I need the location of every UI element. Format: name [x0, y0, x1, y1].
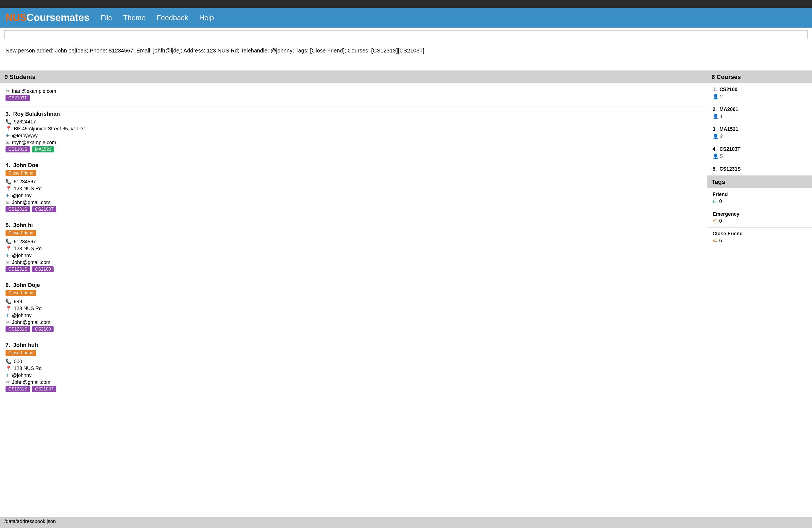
tag-badge: CS1231S	[5, 386, 30, 392]
telegram-icon: ✈	[5, 192, 10, 199]
command-area	[0, 28, 812, 43]
student-email: ✉ John@gmail.com	[5, 259, 701, 265]
menu-help[interactable]: Help	[199, 14, 214, 22]
student-tags: CS1231S CS2100	[5, 266, 701, 274]
phone-icon: 📞	[5, 179, 12, 185]
student-email: ✉ royb@example.com	[5, 140, 701, 146]
tag-icon: 🏷	[713, 218, 717, 224]
tag-badge: CS2100	[32, 266, 54, 272]
course-item: 5. CS1231S	[707, 163, 812, 176]
course-name: 3. MA1521	[713, 127, 807, 132]
students-header: 9 Students	[0, 71, 707, 84]
tag-badge: Close Friend	[5, 230, 36, 236]
student-tags-top: Close Friend	[5, 170, 701, 178]
telegram-icon: ✈	[5, 312, 10, 318]
tag-item: Friend 🏷 0	[707, 188, 812, 208]
tag-name: Friend	[713, 192, 807, 197]
student-email: ✉ John@gmail.com	[5, 319, 701, 325]
email-icon: ✉	[5, 88, 10, 94]
topbar	[0, 0, 812, 8]
tag-badge: CS1231S	[5, 266, 30, 272]
course-name: 4. CS2103T	[713, 146, 807, 152]
phone-icon: 📞	[5, 298, 12, 305]
logo-coursemates: Coursemates	[27, 12, 89, 23]
student-telehandle: ✈ @leroyyyyy	[5, 133, 701, 138]
status-path: /data/addressbook.json	[4, 518, 56, 524]
location-icon: 📍	[5, 365, 12, 371]
student-email: ✉ John@gmail.com	[5, 379, 701, 385]
student-name: 5. John hi	[5, 222, 701, 229]
tag-name: Close Friend	[713, 231, 807, 237]
location-icon: 📍	[5, 186, 12, 192]
course-count: 👤 2	[713, 133, 807, 140]
student-tags-top: Close Friend	[5, 350, 701, 357]
course-name: 2. MA2001	[713, 107, 807, 113]
tag-item: Emergency 🏷 0	[707, 208, 812, 228]
student-tags: CS1231S CS2103T	[5, 206, 701, 214]
tag-count: 🏷 0	[713, 218, 807, 224]
tag-badge: CS2103T	[32, 386, 56, 392]
email-icon: ✉	[5, 140, 10, 146]
email-value: fnan@example.com	[12, 88, 56, 94]
student-email: ✉ John@gmail.com	[5, 200, 701, 205]
list-item: 6. John Doje Close Friend 📞 999 📍 123 NU…	[0, 278, 707, 338]
course-item: 4. CS2103T 👤 5	[707, 143, 812, 163]
tag-badge: CS1231S	[5, 206, 30, 212]
phone-icon: 📞	[5, 358, 12, 365]
tag-badge: CS2103T	[32, 206, 56, 212]
student-tags: CS1231S CS2103T	[5, 386, 701, 394]
tag-badge: Close Friend	[5, 170, 36, 176]
course-item: 3. MA1521 👤 2	[707, 123, 812, 143]
course-count: 👤 2	[713, 93, 807, 100]
email-icon: ✉	[5, 379, 10, 385]
tag-icon: 🏷	[713, 238, 717, 244]
phone-icon: 📞	[5, 239, 12, 245]
student-telehandle: ✈ @johnny	[5, 192, 701, 199]
tag-icon: 🏷	[713, 199, 717, 204]
logo: NUSCoursemates	[5, 12, 89, 24]
student-address: 📍 123 NUS Rd	[5, 305, 701, 311]
student-name: 6. John Doje	[5, 282, 701, 288]
student-tags: CS1101S MA1521	[5, 146, 701, 154]
student-phone: 📞 81234567	[5, 179, 701, 185]
menu-file[interactable]: File	[101, 14, 112, 22]
course-count: 👤 1	[713, 114, 807, 120]
telegram-icon: ✈	[5, 372, 10, 378]
list-item: 5. John hi Close Friend 📞 81234567 📍 123…	[0, 218, 707, 278]
student-phone: 📞 81234567	[5, 239, 701, 245]
student-name: 3. Roy Balakrishnan	[5, 111, 701, 117]
student-tags: CS2103T	[5, 95, 701, 103]
menu-theme[interactable]: Theme	[123, 14, 146, 22]
student-tags-top: Close Friend	[5, 290, 701, 298]
student-email: ✉ fnan@example.com	[5, 88, 701, 94]
tag-count: 🏷 0	[713, 199, 807, 204]
student-tags: CS1231S CS2100	[5, 326, 701, 334]
students-panel: 9 Students ✉ fnan@example.com CS2103T 3.…	[0, 71, 707, 517]
student-address: 📍 Blk 45 Aljunied Street 85, #11-31	[5, 126, 701, 132]
command-input[interactable]	[4, 30, 808, 39]
menubar: NUSCoursemates File Theme Feedback Help	[0, 8, 812, 28]
student-phone: 📞 000	[5, 358, 701, 365]
list-item: ✉ fnan@example.com CS2103T	[0, 84, 707, 107]
tags-header: Tags	[707, 176, 812, 188]
tag-badge: CS1231S	[5, 326, 30, 332]
right-panel: 6 Courses 1. CS2100 👤 2 2. MA2001 👤 1 3.…	[707, 71, 812, 517]
student-tags-top: Close Friend	[5, 230, 701, 238]
statusbar: /data/addressbook.json	[0, 517, 812, 528]
main-content: 9 Students ✉ fnan@example.com CS2103T 3.…	[0, 71, 812, 517]
email-icon: ✉	[5, 319, 10, 325]
student-telehandle: ✈ @johnny	[5, 372, 701, 378]
tag-item: Close Friend 🏷 6	[707, 228, 812, 247]
student-address: 📍 123 NUS Rd	[5, 186, 701, 192]
tag-count: 🏷 6	[713, 238, 807, 244]
phone-icon: 📞	[5, 119, 12, 125]
location-icon: 📍	[5, 305, 12, 311]
output-message: New person added: John oejfoe3; Phone: 8…	[5, 47, 424, 54]
student-address: 📍 123 NUS Rd	[5, 246, 701, 252]
tag-name: Emergency	[713, 211, 807, 217]
course-name: 5. CS1231S	[713, 166, 807, 172]
student-name: 7. John huh	[5, 342, 701, 348]
menu-feedback[interactable]: Feedback	[157, 14, 188, 22]
tag-badge: CS2103T	[5, 95, 30, 101]
list-item: 3. Roy Balakrishnan 📞 92624417 📍 Blk 45 …	[0, 107, 707, 158]
